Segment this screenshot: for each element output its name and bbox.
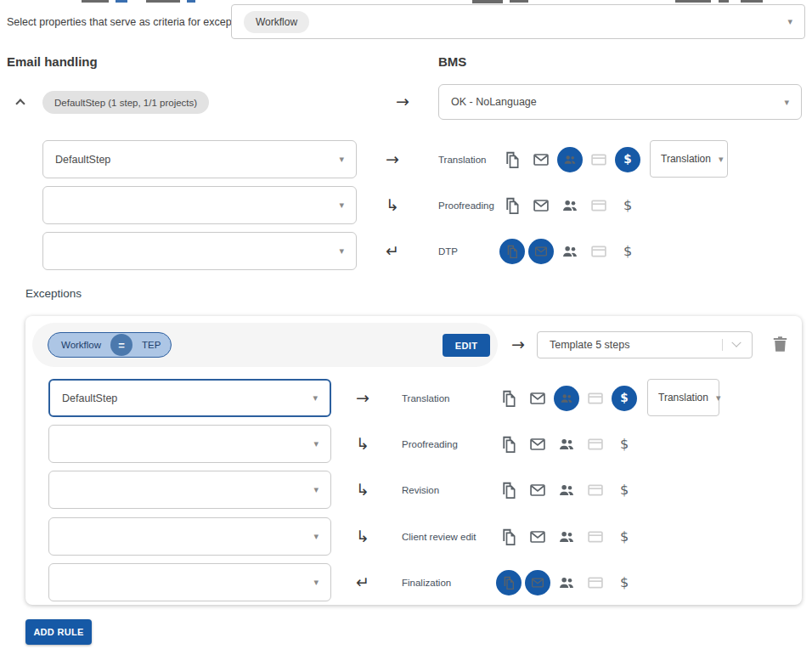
- copy-files-icon[interactable]: [498, 191, 527, 220]
- copy-files-icon[interactable]: [494, 384, 523, 413]
- target-step-label: Finalization: [402, 563, 451, 601]
- source-step-select[interactable]: ▾: [48, 471, 331, 509]
- source-step-select[interactable]: ▾: [42, 186, 357, 224]
- step-action-select[interactable]: Translation ▾: [650, 140, 728, 178]
- chevron-down-icon: ▾: [784, 98, 789, 107]
- source-step-value: DefaultStep: [62, 392, 117, 404]
- target-step-label: Proofreading: [402, 425, 458, 463]
- chevron-down-icon: ▾: [313, 578, 319, 587]
- source-step-value: DefaultStep: [55, 154, 110, 166]
- chevron-down-icon: ▾: [719, 155, 724, 164]
- email-icon[interactable]: [523, 522, 552, 551]
- workflow-summary-pill[interactable]: DefaultStep (1 step, 1/1 projects): [42, 91, 209, 114]
- price-icon[interactable]: $: [610, 430, 639, 459]
- copy-files-icon[interactable]: [494, 476, 523, 505]
- team-icon[interactable]: [552, 476, 581, 505]
- source-step-select[interactable]: DefaultStep ▾: [42, 140, 357, 178]
- email-icon[interactable]: [523, 476, 552, 505]
- edit-rule-button[interactable]: EDIT: [443, 334, 490, 357]
- price-icon[interactable]: $: [613, 191, 642, 220]
- team-icon[interactable]: [552, 430, 581, 459]
- team-icon[interactable]: [552, 384, 581, 413]
- step-icon-toolbar: $: [498, 232, 642, 270]
- step-icon-toolbar: $: [498, 186, 642, 224]
- chevron-down-icon: ▾: [313, 485, 319, 494]
- template-select[interactable]: Template 5 steps: [537, 331, 753, 358]
- chevron-down-icon: ▾: [716, 393, 721, 403]
- team-icon[interactable]: [552, 522, 581, 551]
- payment-card-icon: [584, 237, 613, 266]
- copy-files-icon[interactable]: [494, 430, 523, 459]
- copy-files-icon[interactable]: [498, 237, 527, 266]
- price-icon[interactable]: $: [610, 522, 639, 551]
- equals-operator-icon: =: [110, 334, 133, 356]
- map-arrow-icon: →: [396, 93, 409, 110]
- step-arrow-icon: →: [356, 390, 369, 406]
- chevron-down-icon: ▾: [339, 200, 344, 210]
- collapse-chevron-icon[interactable]: [15, 99, 25, 108]
- email-icon[interactable]: [527, 191, 555, 220]
- rule-value: TEP: [142, 340, 161, 350]
- source-step-select[interactable]: ▾: [42, 232, 357, 270]
- copy-files-icon[interactable]: [494, 568, 523, 597]
- step-icon-toolbar: $: [494, 471, 639, 509]
- rule-condition-bar: Workflow = TEP EDIT: [32, 323, 498, 367]
- email-icon[interactable]: [523, 384, 552, 413]
- bms-workflow-value: OK - NoLanguage: [451, 96, 537, 108]
- rule-condition-pill[interactable]: Workflow = TEP: [48, 332, 172, 358]
- chevron-down-icon: [731, 338, 741, 347]
- step-arrow-icon: →: [386, 151, 399, 167]
- price-icon[interactable]: $: [610, 384, 639, 413]
- source-step-select[interactable]: ▾: [48, 425, 331, 463]
- source-step-select[interactable]: ▾: [48, 563, 331, 601]
- exception-step-row: ▾ ↳ Revision $: [25, 471, 802, 509]
- target-step-label: Revision: [402, 471, 439, 509]
- copy-files-icon[interactable]: [494, 522, 523, 551]
- team-icon[interactable]: [552, 568, 581, 597]
- bms-workflow-select[interactable]: OK - NoLanguage ▾: [438, 84, 802, 120]
- email-icon[interactable]: [527, 145, 555, 174]
- map-arrow-icon: →: [511, 336, 525, 353]
- chevron-down-icon: ▾: [339, 155, 344, 164]
- exceptions-title: Exceptions: [25, 287, 82, 300]
- email-step-row: ▾ ↳ Proofreading $: [0, 186, 812, 224]
- price-icon[interactable]: $: [610, 476, 639, 505]
- step-action-value: Translation: [658, 392, 708, 404]
- team-icon[interactable]: [555, 191, 584, 220]
- price-icon[interactable]: $: [613, 237, 642, 266]
- email-icon[interactable]: [523, 430, 552, 459]
- select-divider: [722, 339, 723, 351]
- delete-rule-icon[interactable]: [771, 334, 789, 353]
- email-icon[interactable]: [523, 568, 552, 597]
- chevron-down-icon: ▾: [313, 393, 318, 403]
- chevron-down-icon: ▾: [339, 246, 344, 256]
- price-icon[interactable]: $: [613, 145, 642, 174]
- email-handling-title: Email handling: [7, 54, 98, 69]
- copy-files-icon[interactable]: [498, 145, 527, 174]
- team-icon[interactable]: [555, 237, 584, 266]
- target-step-label: Translation: [438, 140, 486, 178]
- step-icon-toolbar: $: [498, 140, 642, 178]
- email-icon[interactable]: [527, 237, 555, 266]
- exception-step-row: DefaultStep ▾ → Translation $ Translatio…: [25, 379, 802, 417]
- payment-card-icon: [581, 430, 610, 459]
- step-action-select[interactable]: Translation ▾: [647, 379, 719, 416]
- source-step-select[interactable]: ▾: [48, 517, 331, 556]
- step-arrow-icon: ↳: [356, 436, 369, 452]
- payment-card-icon: [581, 522, 610, 551]
- chevron-down-icon: ▾: [787, 17, 792, 26]
- step-icon-toolbar: $: [494, 379, 639, 417]
- add-rule-button[interactable]: ADD RULE: [25, 619, 92, 645]
- payment-card-icon: [581, 476, 610, 505]
- step-arrow-icon: ↳: [356, 528, 369, 545]
- step-arrow-icon: ↵: [356, 574, 369, 590]
- price-icon[interactable]: $: [610, 568, 639, 597]
- criteria-chip-workflow[interactable]: Workflow: [244, 11, 309, 33]
- step-arrow-icon: ↳: [356, 482, 369, 498]
- step-arrow-icon: ↵: [386, 243, 399, 259]
- criteria-multiselect[interactable]: Workflow ▾: [231, 4, 805, 39]
- payment-card-icon: [584, 145, 613, 174]
- team-icon[interactable]: [555, 145, 584, 174]
- rule-property: Workflow: [61, 340, 101, 350]
- source-step-select[interactable]: DefaultStep ▾: [48, 379, 331, 417]
